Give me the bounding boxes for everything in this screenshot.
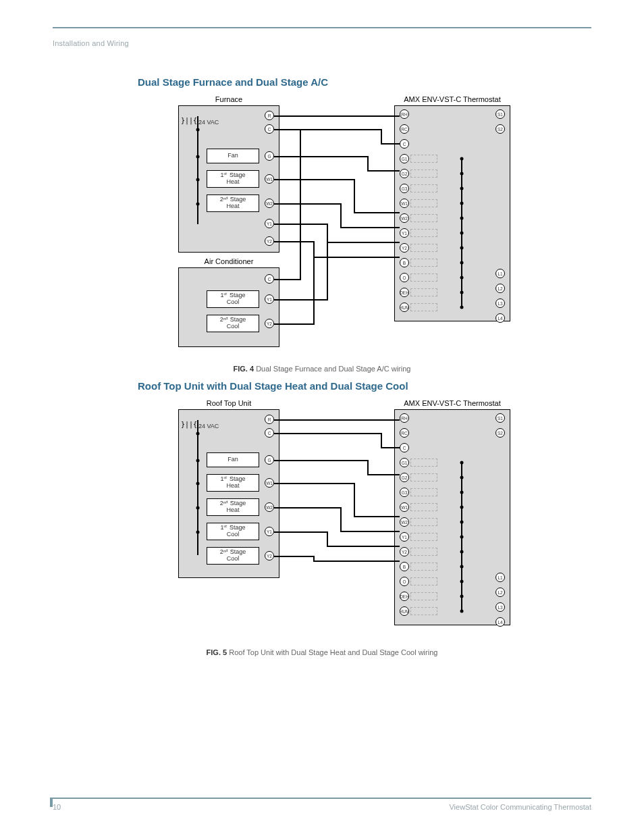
wire [274,507,342,509]
junction-dot [196,531,200,534]
term-c: C [265,124,274,134]
pcb-trace [410,184,437,192]
pcb-trace [410,244,437,252]
box-cool2: 2ⁿᵈ Stage Cool [207,315,259,332]
junction-dot [196,128,200,132]
term-rc: RC [400,428,409,438]
wire [274,115,400,117]
pcb-trace [410,273,437,282]
box-cool1: 1ˢᵗ Stage Cool [207,290,259,308]
term-g: G [265,151,274,161]
diagram-fig5: Roof Top Unit }||{ 24 VAC Fan 1ˢᵗ Stage … [178,398,516,642]
junction-dot [196,203,200,206]
junction-dot [196,459,200,463]
term-l4: L4 [495,313,505,323]
term-r: R [265,111,274,120]
term-l2: L2 [495,284,505,293]
wire [461,158,462,308]
pcb-trace [410,577,437,585]
term-w1: W1 [400,502,409,512]
pcb-trace [410,288,437,296]
pcb-trace [410,503,437,511]
box-heat2: 2ⁿᵈ Stage Heat [207,194,259,212]
term-s2: S2 [495,428,505,438]
vac-symbol-icon: }||{ [181,423,197,427]
wire [367,474,400,475]
term-l3: L3 [495,602,505,612]
page-number: 10 [53,803,61,811]
term-l3: L3 [495,298,505,308]
term-g3: G3 [400,488,409,497]
term-y1: Y1 [265,219,274,228]
wire [354,212,400,213]
section-header: Installation and Wiring [53,39,129,47]
panel-title: Roof Top Unit [179,399,279,407]
term-c: C [265,428,274,438]
wire [381,143,400,145]
wire [274,299,328,301]
box-fan: Fan [207,149,259,163]
wire [354,179,355,213]
wire [327,224,328,242]
term-b: B [400,562,409,571]
wire [367,170,400,172]
wire [354,516,400,517]
term-y1: Y1 [400,532,409,542]
term-w2: W2 [265,502,274,512]
page-footer: 10 ViewStat Color Communicating Thermost… [53,798,591,811]
term-g: G [265,455,274,465]
wire [274,279,301,280]
vac-symbol-icon: }||{ [181,119,197,123]
caption-text: Dual Stage Furnace and Dual Stage A/C wi… [254,365,410,373]
wire [327,242,328,300]
vac-label: 24 VAC [198,423,219,429]
term-hum: HUM [400,606,409,616]
term-w2: W2 [400,213,409,223]
wire [461,462,462,612]
wire [340,203,342,228]
wire [327,546,400,547]
wire [274,556,315,557]
wire [300,129,301,280]
caption-bold: FIG. 4 [234,365,254,373]
wire [313,257,315,324]
term-l1: L1 [495,269,505,278]
box-heat1: 1ˢᵗ Stage Heat [207,474,259,492]
term-c: C [400,443,409,452]
term-l2: L2 [495,588,505,597]
wire [274,179,355,180]
term-w1: W1 [265,174,274,184]
wire [274,460,369,461]
panel-title: AMX ENV-VST-C Thermostat [395,399,510,407]
pcb-trace [410,533,437,541]
term-y2: Y2 [265,236,274,246]
term-w2: W2 [265,199,274,208]
term-l1: L1 [495,573,505,582]
junction-dot [196,432,200,436]
top-rule [53,27,591,28]
caption-text: Roof Top Unit with Dual Stage Heat and D… [227,648,437,656]
footer-tick-icon [50,798,53,807]
wire [381,433,382,448]
wire [274,129,382,130]
wire [340,507,342,531]
pcb-trace [410,518,437,526]
wire [274,323,315,325]
wire [274,203,342,205]
term-y2b: Y2 [265,319,274,328]
wire [327,531,328,546]
wire [274,483,355,484]
term-s1: S1 [495,413,505,423]
wire [381,129,382,144]
caption-bold: FIG. 5 [207,648,227,656]
term-s1: S1 [495,109,505,119]
term-o: O [400,273,409,282]
pcb-trace [410,259,437,267]
panel-title: Furnace [179,95,279,103]
wire [197,116,198,224]
term-y1b: Y1 [265,294,274,304]
pcb-trace [410,607,437,615]
wire [313,561,400,562]
wire [313,241,315,257]
pcb-trace [410,488,437,496]
